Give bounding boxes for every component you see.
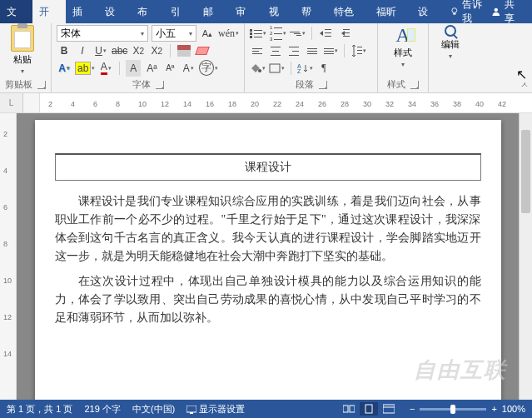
- status-language[interactable]: 中文(中国): [132, 403, 175, 416]
- separator: [344, 44, 345, 57]
- editing-button[interactable]: 编辑 ▾: [434, 25, 467, 60]
- styles-launcher[interactable]: [410, 81, 419, 89]
- web-layout-button[interactable]: [380, 402, 398, 416]
- grow-font-button[interactable]: A▴: [200, 25, 215, 42]
- font-launcher[interactable]: [156, 81, 164, 89]
- tab-insert[interactable]: 插入: [66, 0, 98, 23]
- tab-home[interactable]: 开始: [32, 0, 65, 23]
- font-name-combo[interactable]: 宋体▾: [57, 25, 148, 42]
- ribbon: 粘贴 ▾ 剪贴板 宋体▾ 小五▾ A▴ wén B I U abc X2 X2 …: [0, 23, 532, 93]
- tab-help[interactable]: 帮助: [295, 0, 327, 23]
- svg-rect-13: [270, 64, 280, 72]
- tab-references[interactable]: 引用: [164, 0, 196, 23]
- tab-file[interactable]: 文件: [0, 0, 32, 23]
- svg-text:A: A: [297, 63, 301, 69]
- borders-button[interactable]: [269, 60, 285, 77]
- align-justify-button[interactable]: [305, 42, 320, 59]
- tab-foxit[interactable]: 福昕PI: [370, 0, 411, 23]
- tab-design2[interactable]: 设计: [411, 0, 444, 23]
- multilevel-list-button[interactable]: [290, 25, 306, 42]
- align-right-button[interactable]: [286, 42, 301, 59]
- tab-special[interactable]: 特色功: [327, 0, 370, 23]
- document-page[interactable]: 课程设计 课程设计是我们专业课程知识综合应用的实践训练，着是我们迈向社会，从事职…: [35, 120, 501, 400]
- grow-font-button[interactable]: Aª: [144, 60, 159, 77]
- text-effects-button[interactable]: A: [57, 60, 72, 77]
- svg-rect-16: [186, 406, 196, 412]
- shading-button[interactable]: [250, 60, 266, 77]
- paragraph-2[interactable]: 在这次设计过程中，体现出自己单独设计模具的能力以及综合运用知识的能力，体会了学以…: [55, 272, 481, 327]
- scrollbar-thumb[interactable]: [521, 130, 530, 213]
- distributed-button[interactable]: [323, 42, 338, 59]
- print-layout-button[interactable]: [360, 402, 378, 416]
- vertical-scrollbar[interactable]: [519, 113, 532, 400]
- zoom-out-button[interactable]: −: [410, 404, 415, 414]
- status-display[interactable]: 显示器设置: [186, 403, 245, 416]
- underline-button[interactable]: U: [93, 42, 108, 59]
- bullets-button[interactable]: [250, 25, 266, 42]
- tab-layout[interactable]: 布局: [131, 0, 163, 23]
- paragraph-group-label: 段落: [296, 78, 314, 91]
- status-words[interactable]: 219 个字: [84, 403, 120, 416]
- document-title[interactable]: 课程设计: [55, 153, 481, 181]
- enclose-char-button[interactable]: 字: [199, 60, 218, 77]
- align-left-button[interactable]: [250, 42, 265, 59]
- numbering-button[interactable]: 123: [270, 25, 286, 42]
- chevron-down-icon: ▾: [449, 52, 452, 60]
- tab-selector[interactable]: L: [0, 93, 23, 112]
- svg-rect-9: [357, 47, 362, 47]
- tab-view[interactable]: 视图: [262, 0, 295, 23]
- collapse-ribbon-button[interactable]: ㅅ: [520, 79, 529, 91]
- shrink-font-button[interactable]: Aª: [162, 60, 177, 77]
- page-area[interactable]: 课程设计 课程设计是我们专业课程知识综合应用的实践训练，着是我们迈向社会，从事职…: [17, 113, 519, 400]
- format-painter-button[interactable]: [177, 42, 191, 59]
- svg-text:Z: Z: [297, 68, 301, 73]
- subscript-button[interactable]: X2: [131, 42, 146, 59]
- indent-icon: [338, 28, 350, 38]
- paragraph-launcher[interactable]: [319, 81, 327, 89]
- group-paragraph: 123 AZ ¶ 段落: [245, 23, 378, 92]
- line-spacing-icon: [351, 45, 362, 57]
- increase-indent-button[interactable]: [336, 25, 351, 42]
- brush-icon: [177, 45, 191, 57]
- sort-button[interactable]: AZ: [297, 60, 313, 77]
- bold-button[interactable]: B: [57, 42, 72, 59]
- clear-format-button[interactable]: [195, 42, 210, 59]
- paragraph-1[interactable]: 课程设计是我们专业课程知识综合应用的实践训练，着是我们迈向社会，从事职业工作前一…: [55, 192, 481, 266]
- vertical-ruler[interactable]: 2468101214: [0, 113, 17, 400]
- tab-mailings[interactable]: 邮件: [196, 0, 229, 23]
- share-button[interactable]: 共享: [491, 0, 524, 26]
- align-center-button[interactable]: [268, 42, 283, 59]
- font-size-combo[interactable]: 小五▾: [152, 25, 196, 42]
- show-marks-button[interactable]: ¶: [316, 60, 331, 77]
- phonetic-guide-button[interactable]: wén: [218, 25, 239, 42]
- horizontal-ruler[interactable]: L 24681012141618202224262830323436384042: [0, 93, 532, 113]
- change-case-button[interactable]: A: [181, 60, 196, 77]
- clipboard-launcher[interactable]: [37, 81, 46, 89]
- svg-rect-19: [350, 406, 355, 412]
- tell-me[interactable]: 告诉我: [450, 0, 492, 26]
- char-shading-button[interactable]: A: [126, 60, 141, 77]
- eraser-icon: [196, 47, 211, 55]
- italic-button[interactable]: I: [75, 42, 90, 59]
- tab-review[interactable]: 审阅: [229, 0, 261, 23]
- highlight-button[interactable]: ab: [75, 60, 95, 77]
- tab-design[interactable]: 设计: [98, 0, 131, 23]
- chevron-down-icon: ▾: [21, 67, 24, 75]
- line-spacing-button[interactable]: [351, 42, 366, 59]
- status-page[interactable]: 第 1 页，共 1 页: [7, 403, 72, 416]
- styles-button[interactable]: A 样式 ▾: [383, 25, 423, 68]
- svg-rect-6: [343, 29, 350, 30]
- strikethrough-button[interactable]: abc: [112, 42, 127, 59]
- zoom-slider[interactable]: [420, 408, 486, 411]
- sort-icon: AZ: [297, 63, 309, 73]
- superscript-button[interactable]: X2: [149, 42, 164, 59]
- paste-label: 粘贴: [13, 53, 32, 66]
- read-mode-button[interactable]: [340, 402, 358, 416]
- zoom-level[interactable]: 100%: [502, 404, 525, 414]
- font-color-button[interactable]: A: [98, 60, 113, 77]
- share-label: 共享: [505, 0, 524, 26]
- decrease-indent-button[interactable]: [318, 25, 333, 42]
- zoom-in-button[interactable]: +: [491, 404, 496, 414]
- paste-button[interactable]: 粘贴 ▾: [5, 25, 40, 75]
- tell-me-label: 告诉我: [462, 0, 491, 26]
